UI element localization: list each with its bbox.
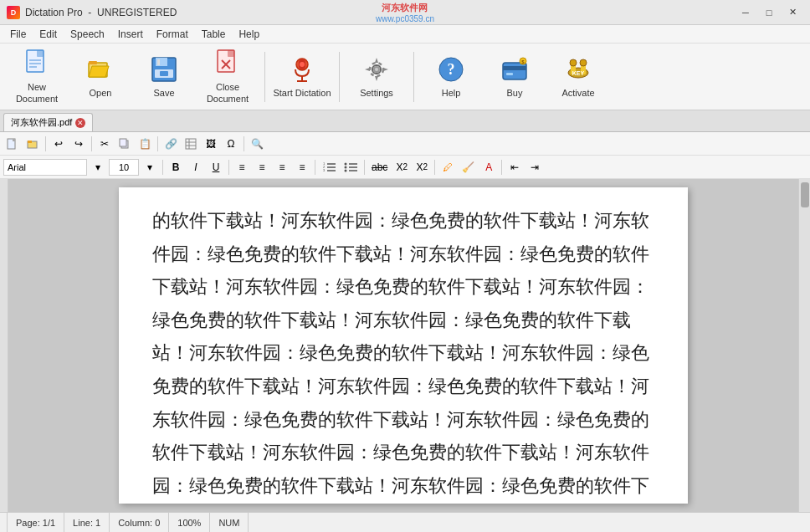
font-size-input[interactable] xyxy=(109,159,139,176)
svg-point-24 xyxy=(375,68,378,71)
undo-btn[interactable]: ↩ xyxy=(49,135,68,153)
open-btn[interactable] xyxy=(23,135,42,153)
symbol-btn[interactable]: Ω xyxy=(222,135,240,153)
document-content: 的软件下载站！河东软件园：绿色免费的软件下载站！河东软件园：绿色免费的软件下载站… xyxy=(152,204,654,504)
bold-button[interactable]: B xyxy=(167,158,185,176)
settings-button[interactable]: Settings xyxy=(346,48,407,106)
activate-label: Activate xyxy=(561,88,594,99)
svg-point-35 xyxy=(570,59,577,66)
indent-right-button[interactable]: ⇥ xyxy=(525,158,544,176)
maximize-button[interactable]: □ xyxy=(758,4,780,21)
svg-rect-43 xyxy=(120,139,126,146)
status-line: Line: 1 xyxy=(64,513,110,532)
scrollbar-thumb[interactable] xyxy=(801,182,809,207)
document-tab[interactable]: 河东软件园.pdf ✕ xyxy=(3,113,93,131)
fmt-sep-2 xyxy=(228,160,229,175)
main-area: 的软件下载站！河东软件园：绿色免费的软件下载站！河东软件园：绿色免费的软件下载站… xyxy=(0,179,810,512)
fmt-sep-6 xyxy=(501,160,502,175)
subscript-button[interactable]: X2 xyxy=(392,158,411,176)
new-document-button[interactable]: New Document xyxy=(7,48,67,106)
svg-point-58 xyxy=(345,166,347,168)
new-doc-btn[interactable] xyxy=(3,135,22,153)
superscript-button[interactable]: X2 xyxy=(413,158,431,176)
menu-edit[interactable]: Edit xyxy=(33,25,64,43)
svg-text:KEY: KEY xyxy=(572,70,585,76)
font-size-dropdown[interactable]: ▾ xyxy=(141,158,159,176)
cut-btn[interactable]: ✂ xyxy=(95,135,114,153)
st-sep-2 xyxy=(91,136,92,151)
buy-label: Buy xyxy=(507,88,523,99)
align-right-button[interactable]: ≡ xyxy=(273,158,291,176)
erase-format-button[interactable]: 🧹 xyxy=(459,158,478,176)
save-button[interactable]: Save xyxy=(134,48,194,106)
link-btn[interactable]: 🔗 xyxy=(161,135,180,153)
toolbar-separator-2 xyxy=(339,52,340,102)
svg-rect-29 xyxy=(506,73,513,75)
paste-btn[interactable]: 📋 xyxy=(136,135,154,153)
menu-table[interactable]: Table xyxy=(195,25,233,43)
svg-rect-1 xyxy=(37,50,44,57)
image-btn[interactable]: 🖼 xyxy=(202,135,220,153)
font-name-input[interactable] xyxy=(3,159,87,176)
document-page: 的软件下载站！河东软件园：绿色免费的软件下载站！河东软件园：绿色免费的软件下载站… xyxy=(119,187,688,504)
start-dictation-icon xyxy=(287,54,317,84)
menu-bar: File Edit Speech Insert Format Table Hel… xyxy=(0,25,810,43)
font-color-button[interactable]: A xyxy=(479,158,498,176)
align-left-button[interactable]: ≡ xyxy=(233,158,251,176)
fmt-sep-3 xyxy=(315,160,315,175)
close-document-button[interactable]: Close Document xyxy=(197,48,258,106)
close-button[interactable]: ✕ xyxy=(782,4,803,21)
italic-button[interactable]: I xyxy=(187,158,205,176)
start-dictation-button[interactable]: Start Dictation xyxy=(272,48,332,106)
menu-insert[interactable]: Insert xyxy=(111,25,150,43)
font-name-dropdown[interactable]: ▾ xyxy=(89,158,107,176)
status-bar: Page: 1/1 Line: 1 Column: 0 100% NUM xyxy=(0,512,810,532)
document-area[interactable]: 的软件下载站！河东软件园：绿色免费的软件下载站！河东软件园：绿色免费的软件下载站… xyxy=(8,179,798,512)
svg-text:?: ? xyxy=(448,61,455,78)
svg-text:3: 3 xyxy=(323,168,326,172)
highlight-button[interactable]: 🖊 xyxy=(438,158,457,176)
menu-speech[interactable]: Speech xyxy=(64,25,111,43)
secondary-toolbar: ↩ ↪ ✂ 📋 🔗 🖼 Ω 🔍 xyxy=(0,132,810,156)
zoom-btn[interactable]: 🔍 xyxy=(248,135,266,153)
svg-rect-11 xyxy=(160,71,168,76)
list-unordered-button[interactable] xyxy=(341,158,361,176)
strikethrough-button[interactable]: abc xyxy=(368,158,391,176)
list-ordered-button[interactable]: 123 xyxy=(319,158,339,176)
buy-button[interactable]: $ Buy xyxy=(484,48,545,106)
copy-btn[interactable] xyxy=(115,135,134,153)
minimize-button[interactable]: ─ xyxy=(735,4,756,21)
underline-button[interactable]: U xyxy=(207,158,225,176)
fmt-sep-4 xyxy=(364,160,365,175)
tab-label: 河东软件园.pdf xyxy=(11,116,72,129)
svg-rect-44 xyxy=(186,139,196,149)
fmt-sep-5 xyxy=(434,160,435,175)
help-button[interactable]: ? Help xyxy=(421,48,481,106)
svg-rect-28 xyxy=(503,66,526,70)
indent-left-button[interactable]: ⇤ xyxy=(505,158,524,176)
open-button[interactable]: Open xyxy=(70,48,131,106)
menu-format[interactable]: Format xyxy=(150,25,195,43)
st-sep-4 xyxy=(244,136,244,151)
tab-close-button[interactable]: ✕ xyxy=(75,118,85,128)
watermark: 河东软件网 www.pc0359.cn xyxy=(376,2,434,23)
align-center-button[interactable]: ≡ xyxy=(253,158,271,176)
svg-point-59 xyxy=(345,169,347,171)
svg-point-20 xyxy=(300,62,305,67)
toolbar-separator-3 xyxy=(413,52,414,102)
menu-help[interactable]: Help xyxy=(232,25,266,43)
align-justify-button[interactable]: ≡ xyxy=(293,158,311,176)
new-document-icon xyxy=(22,49,52,79)
scrollbar-vertical[interactable] xyxy=(798,179,810,512)
status-column: Column: 0 xyxy=(110,513,169,532)
redo-btn[interactable]: ↪ xyxy=(69,135,88,153)
settings-label: Settings xyxy=(360,88,393,99)
table-btn[interactable] xyxy=(182,135,200,153)
svg-rect-27 xyxy=(503,63,526,79)
menu-file[interactable]: File xyxy=(3,25,33,43)
toolbar-separator-1 xyxy=(264,52,265,102)
activate-button[interactable]: KEY Activate xyxy=(548,48,608,106)
buy-icon: $ xyxy=(500,54,530,84)
st-sep-1 xyxy=(45,136,46,151)
activate-icon: KEY xyxy=(563,54,593,84)
